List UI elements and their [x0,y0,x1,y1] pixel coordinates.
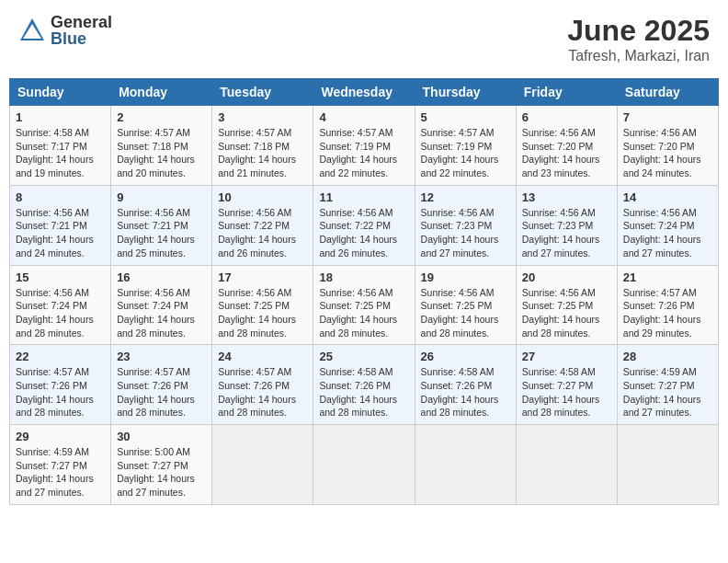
calendar-week-row: 8 Sunrise: 4:56 AM Sunset: 7:21 PM Dayli… [10,185,719,265]
table-row: 24 Sunrise: 4:57 AM Sunset: 7:26 PM Dayl… [212,345,313,425]
day-number: 30 [117,430,206,443]
sunset-label: Sunset: 7:26 PM [421,380,493,391]
sunset-label: Sunset: 7:26 PM [16,380,87,391]
location-text: Tafresh, Markazi, Iran [567,48,710,64]
daylight-label: Daylight: 14 hours and 28 minutes. [16,314,94,339]
sunset-label: Sunset: 7:27 PM [16,460,87,471]
sunset-label: Sunset: 7:27 PM [522,380,594,391]
day-info: Sunrise: 4:56 AM Sunset: 7:20 PM Dayligh… [623,126,712,180]
calendar-week-row: 15 Sunrise: 4:56 AM Sunset: 7:24 PM Dayl… [10,265,719,345]
daylight-label: Daylight: 14 hours and 22 minutes. [421,154,499,178]
day-info: Sunrise: 4:57 AM Sunset: 7:26 PM Dayligh… [623,286,712,340]
logo-icon [18,17,46,44]
day-number: 4 [319,110,408,124]
day-number: 11 [319,190,408,204]
calendar-week-row: 29 Sunrise: 4:59 AM Sunset: 7:27 PM Dayl… [10,425,719,505]
sunrise-label: Sunrise: 4:58 AM [16,127,89,138]
sunset-label: Sunset: 7:25 PM [319,300,391,311]
daylight-label: Daylight: 14 hours and 24 minutes. [623,154,701,178]
day-number: 13 [522,190,611,204]
sunrise-label: Sunrise: 4:58 AM [421,366,495,377]
daylight-label: Daylight: 14 hours and 26 minutes. [218,234,296,259]
day-number: 21 [623,270,712,284]
logo: General Blue [18,14,112,47]
daylight-label: Daylight: 14 hours and 28 minutes. [522,394,600,419]
daylight-label: Daylight: 14 hours and 28 minutes. [522,314,600,339]
table-row: 30 Sunrise: 5:00 AM Sunset: 7:27 PM Dayl… [111,425,212,505]
daylight-label: Daylight: 14 hours and 23 minutes. [522,154,600,178]
day-number: 17 [218,270,307,284]
logo-text: General Blue [51,14,112,47]
table-row: 28 Sunrise: 4:59 AM Sunset: 7:27 PM Dayl… [617,345,718,425]
day-number: 1 [16,110,105,124]
daylight-label: Daylight: 14 hours and 28 minutes. [117,314,195,339]
day-info: Sunrise: 4:57 AM Sunset: 7:26 PM Dayligh… [218,365,307,419]
day-info: Sunrise: 4:57 AM Sunset: 7:19 PM Dayligh… [421,126,510,180]
table-row: 15 Sunrise: 4:56 AM Sunset: 7:24 PM Dayl… [10,265,111,345]
daylight-label: Daylight: 14 hours and 20 minutes. [117,154,195,178]
day-info: Sunrise: 4:57 AM Sunset: 7:18 PM Dayligh… [218,126,307,180]
table-row: 20 Sunrise: 4:56 AM Sunset: 7:25 PM Dayl… [516,265,617,345]
table-row: 9 Sunrise: 4:56 AM Sunset: 7:21 PM Dayli… [111,185,212,265]
sunrise-label: Sunrise: 4:57 AM [16,366,89,377]
day-info: Sunrise: 4:56 AM Sunset: 7:20 PM Dayligh… [522,126,611,180]
sunrise-label: Sunrise: 4:56 AM [319,207,392,218]
calendar-week-row: 22 Sunrise: 4:57 AM Sunset: 7:26 PM Dayl… [10,345,719,425]
sunset-label: Sunset: 7:17 PM [16,141,87,152]
sunrise-label: Sunrise: 4:56 AM [623,127,697,138]
daylight-label: Daylight: 14 hours and 19 minutes. [16,154,94,178]
sunrise-label: Sunrise: 4:57 AM [623,287,697,298]
daylight-label: Daylight: 14 hours and 27 minutes. [623,234,701,259]
table-row: 23 Sunrise: 4:57 AM Sunset: 7:26 PM Dayl… [111,345,212,425]
daylight-label: Daylight: 14 hours and 28 minutes. [16,394,94,419]
day-info: Sunrise: 4:56 AM Sunset: 7:25 PM Dayligh… [421,286,510,340]
logo-blue-text: Blue [51,30,112,47]
sunset-label: Sunset: 7:27 PM [623,380,695,391]
sunset-label: Sunset: 7:26 PM [218,380,290,391]
table-row: 25 Sunrise: 4:58 AM Sunset: 7:26 PM Dayl… [313,345,415,425]
day-number: 15 [16,270,105,284]
table-row: 6 Sunrise: 4:56 AM Sunset: 7:20 PM Dayli… [516,106,617,186]
daylight-label: Daylight: 14 hours and 28 minutes. [218,314,296,339]
sunrise-label: Sunrise: 4:57 AM [218,127,291,138]
col-tuesday: Tuesday [212,79,313,106]
col-friday: Friday [516,79,617,106]
sunrise-label: Sunrise: 5:00 AM [117,446,190,457]
daylight-label: Daylight: 14 hours and 28 minutes. [117,394,195,419]
calendar-table: Sunday Monday Tuesday Wednesday Thursday… [9,78,719,505]
sunrise-label: Sunrise: 4:56 AM [218,207,291,218]
table-row [516,425,617,505]
day-info: Sunrise: 4:56 AM Sunset: 7:24 PM Dayligh… [623,206,712,260]
table-row: 17 Sunrise: 4:56 AM Sunset: 7:25 PM Dayl… [212,265,313,345]
sunset-label: Sunset: 7:22 PM [319,220,391,231]
day-info: Sunrise: 4:56 AM Sunset: 7:25 PM Dayligh… [218,286,307,340]
sunset-label: Sunset: 7:24 PM [117,300,188,311]
daylight-label: Daylight: 14 hours and 28 minutes. [421,314,499,339]
table-row [617,425,718,505]
sunset-label: Sunset: 7:20 PM [522,141,594,152]
day-number: 27 [522,350,611,363]
day-number: 7 [623,110,712,124]
day-info: Sunrise: 4:56 AM Sunset: 7:22 PM Dayligh… [218,206,307,260]
day-info: Sunrise: 4:56 AM Sunset: 7:23 PM Dayligh… [522,206,611,260]
day-number: 25 [319,350,408,363]
page-header: General Blue June 2025 Tafresh, Markazi,… [9,9,719,69]
sunrise-label: Sunrise: 4:57 AM [117,366,190,377]
sunrise-label: Sunrise: 4:58 AM [319,366,392,377]
sunset-label: Sunset: 7:19 PM [319,141,391,152]
col-wednesday: Wednesday [313,79,415,106]
sunrise-label: Sunrise: 4:59 AM [623,366,697,377]
sunset-label: Sunset: 7:24 PM [16,300,87,311]
sunrise-label: Sunrise: 4:57 AM [218,366,291,377]
table-row: 27 Sunrise: 4:58 AM Sunset: 7:27 PM Dayl… [516,345,617,425]
day-number: 23 [117,350,206,363]
sunset-label: Sunset: 7:24 PM [623,220,695,231]
day-number: 9 [117,190,206,204]
day-number: 28 [623,350,712,363]
daylight-label: Daylight: 14 hours and 27 minutes. [117,473,195,498]
calendar-week-row: 1 Sunrise: 4:58 AM Sunset: 7:17 PM Dayli… [10,106,719,186]
daylight-label: Daylight: 14 hours and 26 minutes. [319,234,397,259]
daylight-label: Daylight: 14 hours and 28 minutes. [421,394,499,419]
day-info: Sunrise: 4:59 AM Sunset: 7:27 PM Dayligh… [16,445,105,500]
daylight-label: Daylight: 14 hours and 28 minutes. [319,314,397,339]
